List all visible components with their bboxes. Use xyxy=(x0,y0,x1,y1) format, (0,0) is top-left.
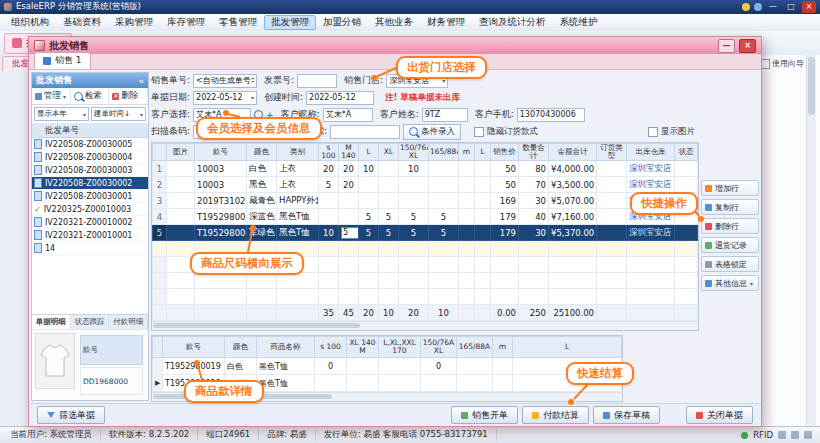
menu-item-8[interactable]: 其他业务 xyxy=(368,15,420,30)
quick-button-lock-table[interactable]: 表格锁定 xyxy=(701,256,759,272)
nickname-input[interactable] xyxy=(323,108,373,122)
printer-icon[interactable] xyxy=(778,431,786,439)
close-button[interactable]: × xyxy=(802,1,816,13)
product-name-cell[interactable]: 黑色T恤 xyxy=(257,375,315,392)
scrollbar-thumb[interactable] xyxy=(153,323,360,328)
amount-cell[interactable]: ¥7,160.00 xyxy=(549,209,597,225)
sidebar-order-row[interactable]: 14 xyxy=(32,242,148,255)
theme-icon[interactable] xyxy=(754,3,762,11)
dialog-minimize-button[interactable]: — xyxy=(718,39,735,53)
size-qty-cell[interactable] xyxy=(475,161,491,177)
custname-input[interactable] xyxy=(422,108,468,122)
size-qty-cell[interactable] xyxy=(493,358,513,375)
category-cell[interactable]: 黑色T恤 xyxy=(277,225,319,241)
menu-item-11[interactable]: 系统维护 xyxy=(553,15,605,30)
price-cell[interactable]: 50 xyxy=(491,177,519,193)
order-type-cell[interactable] xyxy=(597,225,627,241)
filter-orders-button[interactable]: 筛选单据 xyxy=(37,406,105,424)
order-type-cell[interactable] xyxy=(597,209,627,225)
color-cell[interactable]: 黑色 xyxy=(247,177,277,193)
date-picker[interactable]: 2022-05-12 ▾ xyxy=(193,91,257,105)
price-cell[interactable]: 169 xyxy=(491,193,519,209)
checkbox-icon[interactable] xyxy=(474,127,484,137)
create-bill-button[interactable]: 销售开单 xyxy=(451,406,518,424)
warehouse-cell[interactable]: 深圳宝安店 xyxy=(627,177,675,193)
size-qty-cell[interactable] xyxy=(347,358,379,375)
size-qty-cell[interactable] xyxy=(347,375,379,392)
size-qty-cell[interactable]: 0 xyxy=(421,358,457,375)
rfid-status-icon[interactable] xyxy=(741,432,748,439)
sidebar-tab-1[interactable]: 单据明细 xyxy=(32,315,71,329)
amount-cell[interactable]: ¥5,070.00 xyxy=(549,193,597,209)
quick-button-add-row[interactable]: 增加行 xyxy=(701,180,759,196)
size-qty-cell[interactable]: 10 xyxy=(399,161,429,177)
size-qty-cell[interactable] xyxy=(379,193,399,209)
price-cell[interactable]: 179 xyxy=(491,225,519,241)
quick-button-return-record[interactable]: 退货记录 xyxy=(701,237,759,253)
grid-row-3[interactable]: 32019T31025藏青色HAPPY外套16930¥5,070.00深圳宝安店 xyxy=(153,193,698,209)
size-qty-cell[interactable]: 5 xyxy=(359,225,379,241)
checkbox-icon[interactable] xyxy=(648,127,658,137)
size-qty-cell[interactable]: 5 xyxy=(399,225,429,241)
size-qty-cell[interactable]: 0 xyxy=(315,358,347,375)
size-qty-cell[interactable] xyxy=(319,193,339,209)
show-image-checkbox[interactable]: 显示图片 xyxy=(648,126,695,138)
tab-sale[interactable]: 销售 1 xyxy=(34,52,91,69)
size-qty-cell[interactable]: 5 xyxy=(429,225,459,241)
size-qty-cell[interactable]: 5 xyxy=(379,209,399,225)
sidebar-order-row[interactable]: IV220508-Z00030004 xyxy=(32,151,148,164)
qty-cell[interactable]: 80 xyxy=(519,161,549,177)
size-qty-cell[interactable] xyxy=(339,209,359,225)
size-qty-cell[interactable] xyxy=(457,375,493,392)
menu-item-7[interactable]: 加盟分销 xyxy=(316,15,368,30)
size-qty-cell[interactable] xyxy=(459,209,475,225)
size-qty-cell[interactable] xyxy=(379,177,399,193)
size-qty-cell[interactable]: 5 xyxy=(379,225,399,241)
minimize-button[interactable]: — xyxy=(766,1,780,13)
size-qty-cell[interactable] xyxy=(399,193,429,209)
grid-row-2[interactable]: 210003黑色上衣5205070¥3,500.00深圳宝安店 xyxy=(153,177,698,193)
sidebar-filter-1[interactable]: 显示本年▾ xyxy=(34,107,89,121)
size-qty-cell[interactable]: 20 xyxy=(339,177,359,193)
menu-item-4[interactable]: 库存管理 xyxy=(160,15,212,30)
grid-row-5[interactable]: 5T1952980019军绿色黑色T恤105555517930¥5,370.00… xyxy=(153,225,698,241)
sidebar-order-row[interactable]: ✓IV220325-Z00010003 xyxy=(32,203,148,216)
qty-cell[interactable]: 70 xyxy=(519,177,549,193)
style-no-cell[interactable]: 10003 xyxy=(195,161,247,177)
price-cell[interactable]: 179 xyxy=(491,209,519,225)
sidebar-action-1[interactable]: 管理▾ xyxy=(32,88,71,104)
size-qty-cell[interactable] xyxy=(459,177,475,193)
size-qty-cell[interactable] xyxy=(315,375,347,392)
color-cell[interactable]: 藏青色 xyxy=(247,193,277,209)
quick-button-delete-row[interactable]: 删除行 xyxy=(701,218,759,234)
size-qty-cell[interactable]: 20 xyxy=(339,161,359,177)
wizard-checkbox[interactable]: 使用向导 xyxy=(760,58,804,69)
order-type-cell[interactable] xyxy=(597,177,627,193)
menu-item-3[interactable]: 采购管理 xyxy=(108,15,160,30)
color-cell[interactable]: 深蓝色 xyxy=(247,209,277,225)
style-no-cell[interactable]: T1952980019 xyxy=(163,358,225,375)
category-cell[interactable]: 上衣 xyxy=(277,177,319,193)
size-qty-cell[interactable] xyxy=(493,375,513,392)
size-qty-cell[interactable]: 5 xyxy=(399,209,429,225)
size-qty-cell[interactable]: 5 xyxy=(359,209,379,225)
qty-cell[interactable]: 30 xyxy=(519,193,549,209)
quick-button-more-info[interactable]: 其他信息▾ xyxy=(701,275,759,291)
menu-item-5[interactable]: 零售管理 xyxy=(212,15,264,30)
scrollbar-thumb[interactable] xyxy=(808,57,815,115)
price-cell[interactable]: 50 xyxy=(491,161,519,177)
sidebar-action-3[interactable]: ×删除 xyxy=(109,88,148,104)
size-qty-cell[interactable] xyxy=(359,177,379,193)
sidebar-order-row[interactable]: IV220321-Z00010001 xyxy=(32,229,148,242)
grid-row-4[interactable]: 4T1952980019深蓝色黑色T恤555517940¥7,160.00深圳宝… xyxy=(153,209,698,225)
amount-cell[interactable]: ¥4,000.00 xyxy=(549,161,597,177)
color-cell[interactable]: 军绿色 xyxy=(247,225,277,241)
phone-input[interactable] xyxy=(517,108,585,122)
sidebar-action-2[interactable]: 检索 xyxy=(71,88,110,104)
menu-item-1[interactable]: 组织机构 xyxy=(4,15,56,30)
save-draft-button[interactable]: 保存草稿 xyxy=(593,406,660,424)
size-qty-cell[interactable] xyxy=(429,177,459,193)
detail-row-1[interactable]: T1952980019白色黑色T恤00 xyxy=(153,358,622,375)
sidebar-order-row[interactable]: IV220508-Z00030005 xyxy=(32,138,148,151)
bell-icon[interactable] xyxy=(742,3,750,11)
